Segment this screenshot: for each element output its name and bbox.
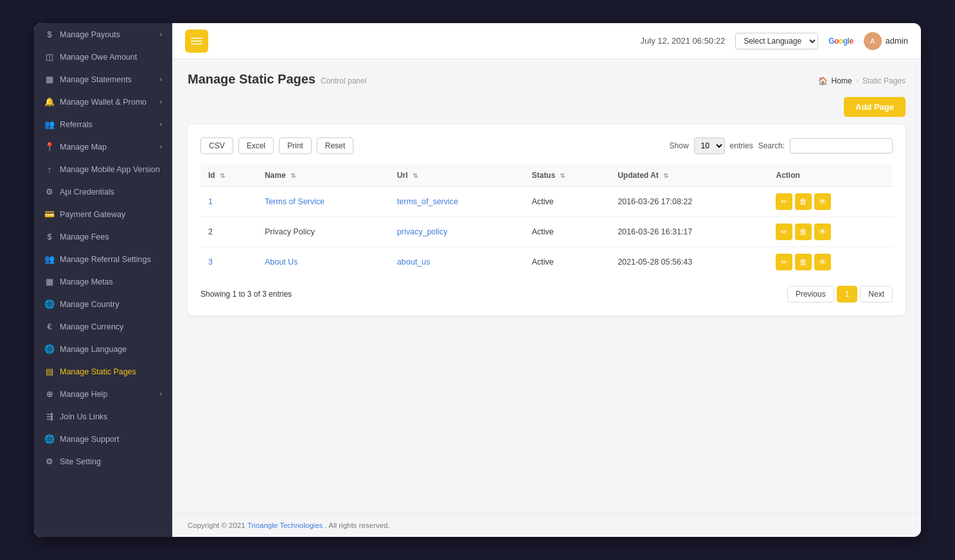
delete-button[interactable]: 🗑 bbox=[795, 254, 812, 270]
home-icon: 🏠 bbox=[818, 76, 828, 85]
footer-company-link[interactable]: Trioangle Technologies bbox=[247, 521, 323, 529]
breadcrumb: 🏠 Home › Static Pages bbox=[818, 76, 906, 85]
language-select[interactable]: Select Language bbox=[735, 33, 818, 49]
sidebar-label-manage-owe-amount: Manage Owe Amount bbox=[60, 53, 137, 62]
table-row: 2 Privacy Policy privacy_policy Active 2… bbox=[201, 217, 893, 247]
footer: Copyright © 2021 Trioangle Technologies … bbox=[172, 513, 921, 537]
sidebar-icon-manage-currency: € bbox=[44, 322, 55, 331]
admin-info: A admin bbox=[864, 32, 908, 50]
sidebar-item-left: 👥 Referrals bbox=[44, 119, 93, 129]
sidebar-item-manage-wallet-promo[interactable]: 🔔 Manage Wallet & Promo › bbox=[34, 91, 172, 113]
table-row: 3 About Us about_us Active 2021-05-28 05… bbox=[201, 247, 893, 277]
sidebar-item-payment-gateway[interactable]: 💳 Payment Gateway bbox=[34, 203, 172, 225]
showing-text: Showing 1 to 3 of 3 entries bbox=[201, 290, 292, 299]
csv-button[interactable]: CSV bbox=[201, 137, 233, 154]
delete-button[interactable]: 🗑 bbox=[795, 223, 812, 240]
footer-copyright: Copyright © 2021 bbox=[188, 521, 245, 529]
page-title-area: Manage Static Pages Control panel bbox=[188, 72, 366, 87]
print-button[interactable]: Print bbox=[279, 137, 312, 154]
cell-action: ✏ 🗑 👁 bbox=[768, 187, 893, 217]
page-title: Manage Static Pages bbox=[188, 72, 316, 87]
sidebar-item-join-us-links[interactable]: ⇶ Join Us Links bbox=[34, 405, 172, 428]
cell-status: Active bbox=[524, 247, 610, 277]
pagination: Previous 1 Next bbox=[787, 286, 893, 302]
cell-id: 3 bbox=[201, 247, 257, 277]
table-header-row: Id ⇅ Name ⇅ Url ⇅ Status ⇅ Updated At ⇅ … bbox=[201, 164, 893, 187]
sidebar-item-left: € Manage Currency bbox=[44, 322, 123, 331]
sidebar-icon-manage-language: 🌐 bbox=[44, 344, 55, 354]
page-1-button[interactable]: 1 bbox=[837, 286, 858, 302]
cell-updated-at: 2021-05-28 05:56:43 bbox=[610, 247, 768, 277]
chevron-icon: › bbox=[160, 390, 162, 398]
sidebar-item-left: $ Manage Payouts bbox=[44, 30, 120, 39]
sidebar-item-manage-statements[interactable]: ▦ Manage Statements › bbox=[34, 68, 172, 91]
sidebar-item-manage-fees[interactable]: $ Manage Fees bbox=[34, 225, 172, 248]
chevron-icon: › bbox=[160, 76, 162, 83]
sidebar-item-manage-mobile-app[interactable]: ↑ Manage Mobile App Version bbox=[34, 158, 172, 180]
show-label: Show bbox=[670, 141, 689, 150]
breadcrumb-home[interactable]: Home bbox=[832, 76, 852, 85]
sidebar-label-manage-statements: Manage Statements bbox=[60, 75, 132, 84]
add-page-button[interactable]: Add Page bbox=[844, 97, 906, 117]
menu-button[interactable] bbox=[185, 30, 208, 53]
sidebar-item-manage-payouts[interactable]: $ Manage Payouts › bbox=[34, 23, 172, 46]
cell-name: Privacy Policy bbox=[257, 217, 389, 247]
sidebar-item-manage-language[interactable]: 🌐 Manage Language bbox=[34, 338, 172, 360]
cell-status: Active bbox=[524, 187, 610, 217]
cell-updated-at: 2016-03-26 16:31:17 bbox=[610, 217, 768, 247]
sidebar-item-manage-country[interactable]: 🌐 Manage Country bbox=[34, 293, 172, 315]
chevron-icon: › bbox=[160, 121, 162, 128]
next-button[interactable]: Next bbox=[860, 286, 893, 302]
edit-button[interactable]: ✏ bbox=[776, 193, 792, 210]
main-area: July 12, 2021 06:50:22 Select Language G… bbox=[172, 23, 921, 537]
sidebar-item-manage-currency[interactable]: € Manage Currency bbox=[34, 315, 172, 338]
col-status: Status ⇅ bbox=[524, 164, 610, 187]
sidebar-item-manage-referral-settings[interactable]: 👥 Manage Referral Settings bbox=[34, 248, 172, 270]
edit-button[interactable]: ✏ bbox=[776, 223, 792, 240]
sidebar-icon-referrals: 👥 bbox=[44, 119, 55, 129]
sidebar-item-left: 🔔 Manage Wallet & Promo bbox=[44, 97, 147, 107]
sidebar-item-manage-static-pages[interactable]: ▤ Manage Static Pages bbox=[34, 360, 172, 383]
delete-button[interactable]: 🗑 bbox=[795, 193, 812, 210]
sidebar-item-left: ⚙ Site Setting bbox=[44, 457, 101, 466]
sidebar-icon-api-credentials: ⚙ bbox=[44, 187, 55, 197]
sidebar-label-manage-wallet-promo: Manage Wallet & Promo bbox=[60, 98, 147, 107]
cell-url: about_us bbox=[389, 247, 524, 277]
sidebar-item-manage-support[interactable]: 🌐 Manage Support bbox=[34, 428, 172, 450]
sidebar-item-manage-metas[interactable]: ▦ Manage Metas bbox=[34, 270, 172, 293]
page-header: Manage Static Pages Control panel 🏠 Home… bbox=[188, 72, 906, 87]
cell-id: 1 bbox=[201, 187, 257, 217]
action-buttons: ✏ 🗑 👁 bbox=[776, 223, 885, 240]
sidebar-label-referrals: Referrals bbox=[60, 120, 93, 129]
sidebar-label-manage-help: Manage Help bbox=[60, 390, 107, 399]
datetime-display: July 12, 2021 06:50:22 bbox=[641, 36, 726, 46]
cell-url: privacy_policy bbox=[389, 217, 524, 247]
view-button[interactable]: 👁 bbox=[814, 254, 831, 270]
reset-button[interactable]: Reset bbox=[317, 137, 353, 154]
sidebar-item-api-credentials[interactable]: ⚙ Api Credentials bbox=[34, 180, 172, 203]
sidebar-icon-payment-gateway: 💳 bbox=[44, 209, 55, 219]
view-button[interactable]: 👁 bbox=[814, 193, 831, 210]
sidebar-item-manage-map[interactable]: 📍 Manage Map › bbox=[34, 136, 172, 158]
header: July 12, 2021 06:50:22 Select Language G… bbox=[172, 23, 921, 59]
prev-button[interactable]: Previous bbox=[787, 286, 834, 302]
sidebar-item-referrals[interactable]: 👥 Referrals › bbox=[34, 113, 172, 136]
sidebar-item-site-setting[interactable]: ⚙ Site Setting bbox=[34, 450, 172, 473]
sidebar-item-manage-help[interactable]: ⊕ Manage Help › bbox=[34, 383, 172, 405]
sidebar-item-left: ⇶ Join Us Links bbox=[44, 412, 107, 421]
sidebar-icon-manage-referral-settings: 👥 bbox=[44, 254, 55, 264]
cell-name: Terms of Service bbox=[257, 187, 389, 217]
sidebar-item-left: ▤ Manage Static Pages bbox=[44, 367, 136, 376]
search-input[interactable] bbox=[790, 138, 893, 153]
excel-button[interactable]: Excel bbox=[238, 137, 274, 154]
table-footer: Showing 1 to 3 of 3 entries Previous 1 N… bbox=[201, 286, 893, 302]
svg-rect-0 bbox=[191, 37, 202, 39]
sidebar-item-left: ⚙ Api Credentials bbox=[44, 187, 114, 197]
entries-select[interactable]: 10 bbox=[694, 137, 725, 154]
search-label: Search: bbox=[758, 141, 785, 150]
sidebar-item-manage-owe-amount[interactable]: ◫ Manage Owe Amount bbox=[34, 46, 172, 68]
data-card: CSV Excel Print Reset Show 10 entries Se… bbox=[188, 125, 906, 315]
breadcrumb-current: Static Pages bbox=[862, 76, 906, 85]
edit-button[interactable]: ✏ bbox=[776, 254, 792, 270]
view-button[interactable]: 👁 bbox=[814, 223, 831, 240]
